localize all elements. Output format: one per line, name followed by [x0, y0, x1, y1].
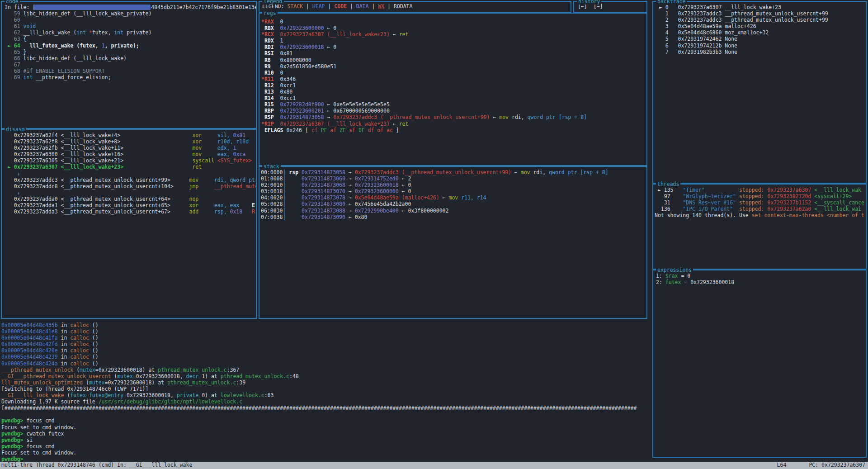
stack-row: 02:0010│ 0x729314873068 → 0x729323600018… [261, 182, 646, 188]
register-row: RSP 0x729314873058 → 0x7293237addc3 (__p… [261, 114, 646, 120]
register-row: *R11 0x346 [261, 76, 646, 82]
register-row: *RAX 0 [261, 19, 646, 25]
console-line: [#######################################… [1, 405, 650, 411]
console-line: 0x00005e04d48c4239 in calloc () [1, 354, 650, 360]
disassembly-panel: disasm 0x7293237a62f4 <__lll_lock_wake+4… [1, 129, 257, 319]
code-line: ► 64 lll_futex_wake (futex, 1, private); [5, 43, 256, 49]
expression-row: 1: $rax = 0 [656, 273, 866, 279]
stack-panel: stack 00:0000│ rsp 0x729314873058 → 0x72… [259, 166, 647, 319]
console-line: pwndbg> [1, 456, 650, 462]
history-panel-title: history [577, 0, 601, 5]
stack-row: 05:0028│ 0x729314873080 ← 0x7456e45da42b… [261, 201, 646, 207]
disasm-row: 0x7293237addc3 <__pthread_mutex_unlock_u… [5, 177, 256, 183]
stack-row: 07:0038│ 0x729314873090 ← 0x80 [261, 214, 646, 220]
disasm-row: 0x7293237adda1 <__pthread_mutex_unlock_u… [5, 202, 256, 208]
registers-panel: regs *RAX 0 RBX 0x729323600000 ← 0*RCX 0… [259, 13, 647, 166]
backtrace-frame: ► 0 0x7293237a6307 __lll_lock_wake+23 [656, 4, 866, 10]
disasm-row: 0x7293237a62fb <__lll_lock_wake+11> mov … [5, 145, 256, 151]
disasm-row: 0x7293237a6305 <__lll_lock_wake+21> sysc… [5, 157, 256, 164]
code-line: 59 libc_hidden_def (__lll_lock_wake_priv… [5, 10, 256, 17]
register-row: R14 0xcc1 [261, 95, 646, 101]
console-line: pwndbg> cwatch futex [1, 431, 650, 437]
disasm-row: 0x7293237a6300 <__lll_lock_wake+16> mov … [5, 151, 256, 157]
console-line: pwndbg> focus cmd [1, 417, 650, 424]
source-code-listing: In file: 4845db211e7b42c7176f9be21b8301e… [2, 2, 256, 81]
code-line: 60 [5, 17, 256, 23]
legend-panel-title: legend [262, 0, 284, 5]
redacted-filepath [33, 5, 151, 10]
register-row: RBP 0x729323600201 ← 0x6700000569000000 [261, 108, 646, 114]
console-line [1, 411, 650, 417]
console-line: ___pthread_mutex_unlock (mutex=0x7293236… [1, 367, 650, 373]
disasm-row: 0x7293237a62f8 <__lll_lock_wake+8> xor r… [5, 138, 256, 145]
console-line: Focus set to cmd window. [1, 450, 650, 456]
code-panel-title: code [5, 0, 20, 5]
stack-panel-title: stack [262, 163, 281, 170]
disassembly-panel-title: disasm [5, 126, 26, 133]
code-line: 63 { [5, 36, 256, 42]
backtrace-frame: 2 0x7293237addc3 __pthread_mutex_unlock_… [656, 17, 866, 23]
register-row: R8 0x80008000 [261, 57, 646, 63]
console-line: __GI___lll_lock_wake (futex=futex@entry=… [1, 392, 650, 398]
code-line: 67 [5, 62, 256, 68]
backtrace-panel: backtrace ► 0 0x7293237a6307 __lll_lock_… [652, 1, 867, 184]
backtrace-frame: 5 0x729319742462 None [656, 36, 866, 42]
stack-row: 00:0000│ rsp 0x729314873058 → 0x7293237a… [261, 169, 646, 175]
console-line: [Switching to Thread 0x7293148746c0 (LWP… [1, 386, 650, 392]
legend-row: LEGEND: STACK | HEAP | CODE | DATA | WX … [259, 2, 571, 9]
code-line: In file: 4845db211e7b42c7176f9be21b8301e… [5, 4, 256, 10]
console-line: pwndbg> focus cmd [1, 443, 650, 450]
status-right: L64PC: 0x7293237a6307 [774, 462, 868, 469]
threads-list: ► 135 "Timer" stopped: 0x7293237a6307 <_… [653, 185, 866, 218]
register-row: RBX 0x729323600000 ← 0 [261, 25, 646, 31]
status-bar: multi-thre Thread 0x7293148746 (cmd) In:… [0, 462, 868, 469]
backtrace-list: ► 0 0x7293237a6307 __lll_lock_wake+23 1 … [653, 2, 866, 55]
thread-row: 31 "DNS Res~ver #16" stopped: 0x7293237b… [655, 199, 866, 206]
register-row: R13 0x80 [261, 89, 646, 95]
code-line: 66 libc_hidden_def (__lll_lock_wake) [5, 55, 256, 62]
history-panel: history [←][→] [573, 1, 647, 13]
backtrace-frame: 3 0x5e04d48ae59a malloc+426 [656, 23, 866, 29]
disasm-row: 0x7293237addc8 <__pthread_mutex_unlock_u… [5, 183, 256, 189]
thread-row: 97 "WrGlyph~terizer" stopped: 0x72932382… [655, 193, 866, 199]
console-output: 0x00005e04d48c435b in calloc ()0x00005e0… [0, 319, 650, 462]
register-row: R10 0 [261, 70, 646, 76]
stack-listing: 00:0000│ rsp 0x729314873058 → 0x7293237a… [259, 167, 646, 220]
code-line: 68 #if ENABLE_ELISION_SUPPORT [5, 68, 256, 74]
console-line: Focus set to cmd window. [1, 424, 650, 431]
console-line: 0x00005e04d48c41fa in calloc () [1, 335, 650, 341]
expression-row: 2: futex = 0x729323600018 [656, 279, 866, 285]
code-panel: code In file: 4845db211e7b42c7176f9be21b… [1, 1, 257, 129]
code-line: 69 int __pthread_force_elision; [5, 74, 256, 81]
console-line: __GI___pthread_mutex_unlock_usercnt (mut… [1, 373, 650, 379]
console-line: 0x00005e04d48c420e in calloc () [1, 347, 650, 354]
command-console[interactable]: 0x00005e04d48c435b in calloc ()0x00005e0… [0, 319, 650, 462]
expressions-panel-title: expressions [656, 267, 693, 273]
disasm-row: 0x7293237adda3 <__pthread_mutex_unlock_u… [5, 208, 256, 215]
register-row: R12 0xcc1 [261, 82, 646, 89]
disasm-row: ↓ [5, 171, 256, 177]
thread-row: 136 "IPC I/O Parent" stopped: 0x7293237a… [655, 206, 866, 212]
stack-row: 01:0008│ 0x729314873060 → 0x729314752ed0… [261, 175, 646, 182]
disasm-row: ► 0x7293237a6307 <__lll_lock_wake+23> re… [5, 164, 256, 170]
register-row: R15 0x729282d8f900 ← 0xe5e5e5e5e5e5e5e5 [261, 101, 646, 108]
console-line: 0x00005e04d48c424a in calloc () [1, 360, 650, 367]
stack-row: 04:0020│ 0x729314873078 → 0x5e04d48ae59a… [261, 194, 646, 201]
register-row: RSI 0x81 [261, 50, 646, 57]
code-line: 62 __lll_lock_wake (int *futex, int priv… [5, 29, 256, 36]
stack-row: 03:0018│ 0x729314873070 → 0x729323600000… [261, 188, 646, 194]
register-row: *RIP 0x7293237a6307 (__lll_lock_wake+23)… [261, 121, 646, 127]
console-line: pwndbg> si [1, 437, 650, 443]
code-line: 61 void [5, 23, 256, 29]
register-row: R9 0x2d561850ed580e51 [261, 63, 646, 70]
console-line: 0x00005e04d48c42fd in calloc () [1, 341, 650, 347]
backtrace-frame: 4 0x5e04d48c6860 moz_xmalloc+32 [656, 29, 866, 36]
expressions-panel: expressions 1: $rax = 02: futex = 0x7293… [652, 270, 867, 458]
console-line: Downloading 1.97 K source file /usr/src/… [1, 398, 650, 405]
code-line: 65 } [5, 49, 256, 55]
disasm-row: 0x7293237adda0 <__pthread_mutex_unlock_u… [5, 196, 256, 202]
pwndbg-terminal: code In file: 4845db211e7b42c7176f9be21b… [0, 0, 868, 469]
register-row: EFLAGS 0x246 [ cf PF af ZF sf IF df of a… [261, 127, 646, 133]
register-row: *RCX 0x7293237a6307 (__lll_lock_wake+23)… [261, 31, 646, 38]
registers-list: *RAX 0 RBX 0x729323600000 ← 0*RCX 0x7293… [259, 14, 646, 133]
